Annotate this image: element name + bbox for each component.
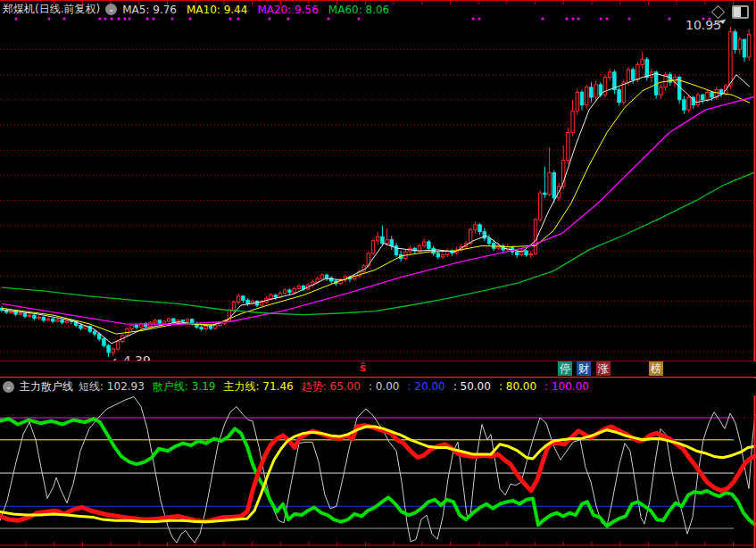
candle-body (209, 327, 212, 328)
title-bar: 郑煤机(日线.前复权) ⌄ MA5: 9.76MA10: 9.44MA20: 9… (3, 2, 399, 17)
candle-body (432, 248, 435, 253)
candle-body (130, 326, 133, 329)
signal-dot (104, 18, 107, 21)
candle-body (580, 92, 583, 104)
candle-body (516, 252, 519, 254)
candle-body (168, 319, 170, 321)
indicator-panel-canvas[interactable] (0, 395, 756, 548)
candle-body (261, 303, 263, 305)
signal-dot (600, 18, 602, 21)
price-panel-canvas[interactable]: ←4.3910.95 (0, 0, 756, 378)
candle-body (632, 70, 635, 79)
candle-body (112, 349, 114, 353)
candle-body (288, 290, 291, 292)
candle-body (162, 321, 165, 323)
ma-line-MA10 (2, 79, 750, 334)
signal-dot (669, 18, 671, 21)
candle-body (237, 296, 240, 303)
candle-body (42, 317, 45, 320)
candle-body (214, 326, 217, 328)
candle-body (641, 60, 644, 65)
app-window: ←4.3910.95 郑煤机(日线.前复权) ⌄ MA5: 9.76MA10: … (0, 0, 756, 548)
ma-label: MA20: 9.56 (257, 4, 318, 16)
candle-body (204, 327, 207, 329)
candle-body (371, 241, 374, 253)
shortcut-badge[interactable]: 榜 (649, 361, 663, 376)
indicator-field: 趋势: 65.00 (302, 380, 361, 393)
candle-body (687, 97, 690, 110)
signal-dot (542, 18, 544, 21)
candle-body (116, 342, 119, 349)
candle-body (525, 251, 528, 255)
candle-body (609, 72, 611, 78)
signal-dot (566, 18, 569, 21)
candle-body (567, 133, 569, 161)
symbol-title: 郑煤机(日线.前复权) (3, 2, 100, 17)
indicator-field: : 80.00 (499, 380, 536, 393)
indicator-field: 短线: 102.93 (79, 380, 145, 393)
signal-dot (111, 18, 113, 21)
candle-body (428, 242, 430, 248)
window-layout-icon[interactable] (732, 5, 749, 19)
candle-body (316, 278, 319, 282)
signal-dot (287, 18, 290, 21)
diamond-icon[interactable] (711, 5, 726, 20)
candle-body (544, 193, 546, 195)
shortcut-badge[interactable]: 涨 (596, 361, 611, 376)
candle-body (683, 100, 685, 110)
ma-line-MA5 (2, 74, 750, 344)
indicator-field: 散户线: 3.19 (153, 380, 216, 393)
shortcut-badge[interactable]: 停 (558, 361, 572, 376)
candle-body (594, 85, 597, 97)
ma-label: MA5: 9.76 (122, 4, 177, 16)
candle-body (46, 319, 49, 320)
axis-marker: ŝ (360, 361, 366, 374)
candle-body (474, 225, 477, 230)
signal-dot (129, 18, 131, 21)
candle-body (320, 275, 323, 278)
time-axis-row: ŝ 停财涨榜 (0, 361, 756, 377)
signal-dot (48, 18, 51, 21)
high-price-annotation: 10.95 (685, 18, 721, 32)
candle-body (706, 92, 709, 99)
signal-dot (63, 18, 66, 21)
candle-body (29, 315, 31, 316)
signal-dot (124, 18, 127, 21)
candle-body (158, 320, 161, 323)
candle-body (478, 225, 481, 232)
signal-dot (358, 18, 361, 21)
candle-body (93, 331, 96, 334)
ma-legend: MA5: 9.76MA10: 9.44MA20: 9.56MA60: 8.06 (122, 4, 399, 16)
ma-line-MA20 (2, 97, 754, 325)
candle-body (552, 173, 555, 198)
chevron-down-circle-icon[interactable]: ⌄ (3, 381, 14, 393)
signal-dot (628, 18, 631, 21)
candle-body (539, 193, 542, 220)
candle-body (386, 240, 388, 244)
candle-body (696, 95, 699, 104)
indicator-field: 主力线: 71.46 (223, 380, 293, 393)
indicator-name: 主力散户线 (20, 379, 73, 394)
candle-body (33, 315, 36, 318)
candle-body (37, 317, 40, 318)
indicator-field: : 0.00 (369, 380, 400, 393)
shortcut-badge[interactable]: 财 (577, 361, 591, 376)
candle-body (743, 39, 745, 57)
candle-body (377, 237, 379, 241)
indicator-values: 短线: 102.93散户线: 3.19主力线: 71.46趋势: 65.00: … (79, 379, 597, 394)
candle-body (660, 87, 662, 95)
candle-body (135, 326, 137, 328)
candle-body (56, 320, 59, 321)
chevron-down-circle-icon[interactable]: ⌄ (105, 4, 117, 15)
candle-body (52, 319, 54, 321)
candle-body (381, 237, 384, 243)
candle-body (529, 253, 532, 254)
corner-icons (713, 5, 749, 19)
candle-body (181, 320, 184, 321)
candle-body (23, 313, 26, 316)
ma-label: MA60: 8.06 (328, 4, 389, 16)
candle-body (548, 173, 551, 195)
candle-body (19, 313, 21, 314)
candle-body (107, 345, 110, 353)
signal-dot (606, 18, 609, 21)
